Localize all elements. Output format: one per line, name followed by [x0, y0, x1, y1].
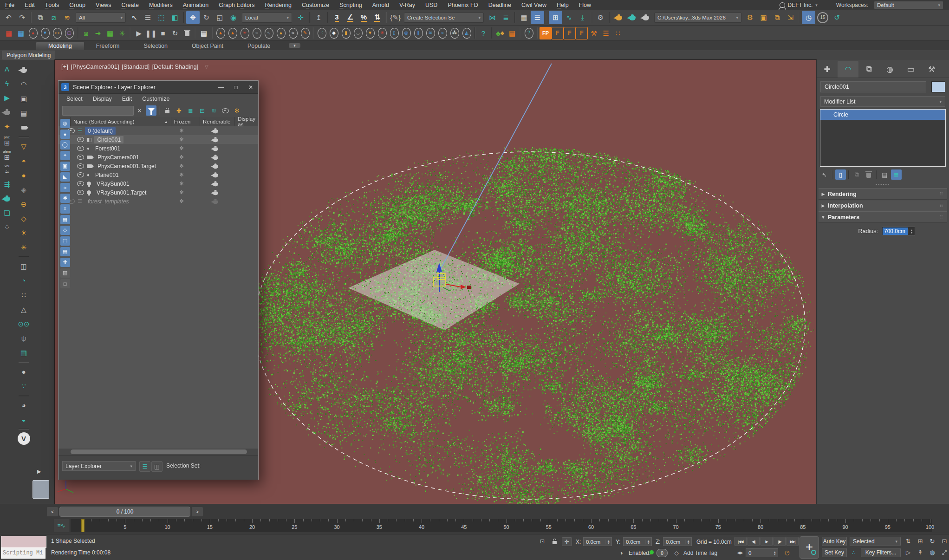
frozen-column-header[interactable]: Frozen: [171, 117, 200, 126]
display-cameras-icon[interactable]: ▣: [60, 162, 70, 171]
menu-graph-editors[interactable]: Graph Editors: [214, 0, 260, 10]
vray-volume-grid-icon[interactable]: vol≈: [1, 163, 13, 176]
phoenix-foam-preset-icon[interactable]: ∘∘: [51, 27, 63, 39]
viewport-label[interactable]: [+] [PhysCamera001] [Standard] [Default …: [61, 63, 208, 70]
maxscript-mini-listener-pink[interactable]: [1, 536, 46, 548]
visibility-eye-icon[interactable]: [77, 146, 84, 151]
material-library-icon[interactable]: ∵: [18, 380, 30, 392]
scene-explorer-titlebar[interactable]: 3 Scene Explorer - Layer Explorer — □ ✕: [58, 81, 258, 94]
stack-item-circle[interactable]: Circle: [820, 110, 945, 120]
forest-lod-icon[interactable]: F: [564, 27, 576, 39]
vray-proxy-create-icon[interactable]: pro:⊞: [1, 135, 13, 147]
time-slider-thumb[interactable]: 0 / 100: [59, 507, 190, 517]
display-materials-icon[interactable]: ◇: [60, 226, 70, 235]
preset-cold-smoke-icon[interactable]: ≈: [251, 27, 263, 39]
mirror-icon[interactable]: ⋈: [486, 11, 499, 24]
align-icon[interactable]: ≣: [499, 11, 513, 24]
name-column-header[interactable]: Name (Sorted Ascending) ▲: [71, 117, 171, 126]
explorer-mode-dropdown[interactable]: Layer Explorer ▾: [62, 461, 136, 471]
remove-modifier-icon[interactable]: [863, 169, 874, 180]
tab-modeling[interactable]: Modeling: [36, 42, 84, 50]
frozen-toggle[interactable]: ✻: [166, 172, 197, 178]
object-name-label[interactable]: Plane001: [92, 171, 122, 179]
forest-set-icon[interactable]: F: [576, 27, 588, 39]
sphere-slice-icon[interactable]: ◔: [18, 274, 30, 287]
delete-simulation-icon[interactable]: [181, 27, 193, 39]
menu-modifiers[interactable]: Modifiers: [144, 0, 178, 10]
search-input[interactable]: [62, 106, 134, 116]
maxscript-mini-listener-white[interactable]: Scripting Mi: [1, 547, 46, 559]
render-last-icon[interactable]: [18, 64, 30, 76]
table-row[interactable]: VRaySun001✻: [58, 179, 258, 188]
next-frame-icon[interactable]: ||▶: [774, 537, 786, 546]
bind-to-spacewarp-icon[interactable]: ≋: [60, 11, 74, 24]
lock-layers-icon[interactable]: [162, 105, 173, 116]
zoom-all-icon[interactable]: ⊞: [915, 536, 926, 546]
revert-scene-icon[interactable]: ↺: [830, 11, 844, 24]
preset-fountain-icon[interactable]: ⁂: [448, 27, 461, 39]
viewport-menu-shading[interactable]: [Default Shading]: [152, 63, 200, 70]
display-as-column-header[interactable]: Display as: [235, 117, 258, 126]
material-override-icon[interactable]: ◒: [18, 413, 30, 426]
display-tab[interactable]: ▭: [900, 61, 921, 78]
renderable-teapot-icon[interactable]: [213, 156, 218, 160]
renderable-column-header[interactable]: Renderable: [200, 117, 235, 126]
tab-selection[interactable]: Selection: [131, 42, 179, 50]
preset-fire-box-icon[interactable]: ▲: [227, 27, 239, 39]
preset-explosion-icon[interactable]: ✳: [239, 27, 251, 39]
undo-icon[interactable]: ↶: [2, 11, 15, 24]
forest-grid-icon[interactable]: ∷: [612, 27, 624, 39]
menu-flow[interactable]: Flow: [574, 0, 596, 10]
create-tab[interactable]: ✚: [817, 61, 838, 78]
forest-list-icon[interactable]: ☰: [600, 27, 612, 39]
renderable-teapot-icon[interactable]: [213, 174, 218, 178]
preset-coffee-icon[interactable]: ◡: [352, 27, 364, 39]
menu-v-ray[interactable]: V-Ray: [394, 0, 420, 10]
preset-whirlpool-icon[interactable]: ◎: [400, 27, 412, 39]
spinner-arrows-icon[interactable]: ▲▼: [909, 229, 915, 234]
vray-vfb-history-icon[interactable]: ❏: [1, 207, 13, 219]
frozen-toggle[interactable]: ✻: [166, 189, 197, 195]
preset-candle-icon[interactable]: ▲: [275, 27, 287, 39]
pin-stack-icon[interactable]: ➴: [819, 169, 830, 180]
table-row[interactable]: ▼☰0 (default)✻: [58, 126, 258, 135]
render-setup-icon[interactable]: ⤓: [576, 11, 589, 24]
percent-snap-icon[interactable]: %: [357, 11, 370, 24]
vray-last-vfb-icon[interactable]: [1, 106, 13, 118]
nest-layer-icon[interactable]: ⊟: [197, 105, 208, 116]
project-structure-icon[interactable]: ⧉: [770, 11, 784, 24]
previous-frame-icon[interactable]: ◀||: [748, 537, 760, 546]
open-project-folder-icon[interactable]: ▣: [757, 11, 770, 24]
viewport-menu-pov[interactable]: [PhysCamera001]: [71, 63, 121, 70]
window-crossing-icon[interactable]: ◧: [168, 11, 182, 24]
autosave-toggle-icon[interactable]: ◷: [802, 11, 815, 24]
menu-usd[interactable]: USD: [420, 0, 442, 10]
vray-interactive-render-icon[interactable]: ▶: [1, 91, 13, 104]
vray-sphere-light-icon[interactable]: ●: [18, 169, 30, 182]
vray-sun-icon[interactable]: ☀: [18, 227, 30, 239]
render-production-icon[interactable]: [612, 11, 625, 24]
phoenix-grid-icon[interactable]: ▦: [104, 27, 116, 39]
forest-pack-trees-icon[interactable]: ♣♣: [494, 27, 506, 39]
phoenix-turbulence-icon[interactable]: ✳: [116, 27, 128, 39]
select-and-move-icon[interactable]: ✥: [186, 11, 200, 24]
preset-incense-smoke-icon[interactable]: ∿: [263, 27, 275, 39]
polygon-modeling-button[interactable]: Polygon Modeling: [2, 51, 55, 59]
vray-plane-light-icon[interactable]: ▽: [18, 140, 30, 153]
table-row[interactable]: ▶☰forest_templates✻: [58, 197, 258, 206]
schematic-view-icon[interactable]: ∿: [562, 11, 576, 24]
import-content-icon[interactable]: ⇲: [784, 11, 797, 24]
renderable-teapot-icon[interactable]: [213, 183, 218, 187]
scrollbar-thumb[interactable]: [71, 449, 247, 454]
visibility-eye-icon[interactable]: [77, 155, 84, 160]
table-row[interactable]: VRaySun001.Target✻: [58, 188, 258, 197]
object-color-swatch[interactable]: [931, 81, 945, 92]
material-sphere-icon[interactable]: ●: [18, 365, 30, 378]
preset-waves-icon[interactable]: ≈: [436, 27, 448, 39]
interpolation-rollout[interactable]: ▶ Interpolation ⠿: [819, 200, 947, 211]
animation-shield-icon[interactable]: ◑: [617, 549, 626, 557]
frozen-toggle[interactable]: ✻: [166, 145, 197, 151]
frozen-toggle[interactable]: ✻: [166, 154, 197, 160]
preset-ocean-icon[interactable]: ≋: [424, 27, 436, 39]
go-to-start-icon[interactable]: |◀◀: [734, 537, 747, 546]
